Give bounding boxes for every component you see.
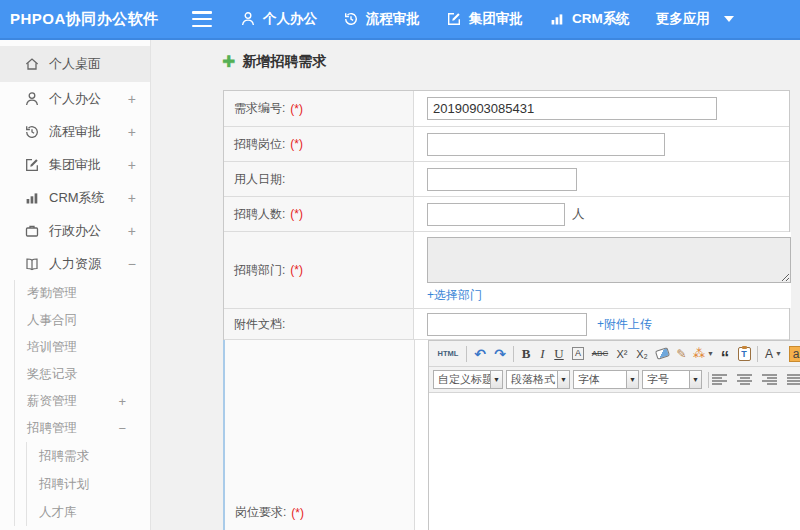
field-value-cell: +选择部门 [414,232,791,308]
label-text: 招聘部门: [234,262,285,279]
sidebar-item-hr-contract[interactable]: 人事合同 [15,307,150,334]
sidebar-item-label: 人力资源 [49,255,101,273]
align-justify-button[interactable] [787,374,800,385]
sidebar-item-human-resources[interactable]: 人力资源 − [0,247,150,280]
sidebar-item-reward-records[interactable]: 奖惩记录 [15,361,150,388]
caret-down-icon[interactable] [724,16,734,22]
sidebar-item-label: 人才库 [39,504,77,521]
expand-plus[interactable]: + [128,223,136,239]
form-row: 用人日期: [224,162,789,197]
paragraph-format-select[interactable]: 段落格式 ▼ [506,370,570,389]
font-family-select[interactable]: 字体 ▼ [573,370,639,389]
bar-chart-icon [24,190,40,206]
sidebar-item-recruit-plan[interactable]: 招聘计划 [27,470,150,498]
italic-button[interactable]: I [535,344,550,364]
nav-label: 集团审批 [469,10,523,28]
requirement-no-input[interactable] [427,97,717,120]
expand-plus[interactable]: + [128,91,136,107]
nav-item-crm[interactable]: CRM系统 [549,10,630,28]
hire-date-input[interactable] [427,168,577,191]
attachment-input[interactable] [427,313,587,336]
user-icon [24,91,40,107]
field-label: 需求编号: (*) [224,91,414,126]
align-right-button[interactable] [762,374,777,385]
spray-color-button[interactable]: ⁂▼ [691,344,716,364]
sidebar-item-label: 招聘管理 [27,420,77,437]
spray-icon: ⁂ [693,347,705,361]
attachment-upload-link[interactable]: +附件上传 [597,316,652,333]
caret-down-icon[interactable]: ▼ [491,370,503,389]
select-department-link[interactable]: +选择部门 [427,287,482,304]
toolbar-separator [708,372,709,388]
sidebar-item-recruit-mgmt[interactable]: 招聘管理− [15,415,150,442]
strikethrough-button[interactable]: ABC [588,344,612,364]
field-value-cell: +附件上传 [414,309,789,339]
sidebar-item-group-approval[interactable]: 集团审批 + [0,148,150,181]
superscript-button[interactable]: X² [612,344,632,364]
expand-plus[interactable]: + [128,124,136,140]
subscript-button[interactable]: X₂ [632,344,652,364]
required-mark: (*) [290,137,303,151]
align-center-button[interactable] [737,374,752,385]
bg-color-button[interactable]: a [786,344,800,364]
editor-content-area[interactable] [429,393,800,530]
undo-button[interactable]: ↶ [470,344,490,364]
sidebar-item-training-mgmt[interactable]: 培训管理 [15,334,150,361]
home-icon [24,56,40,72]
sidebar-item-recruit-demand[interactable]: 招聘需求 [27,442,150,470]
label-text: 招聘岗位: [234,136,285,153]
bold-button[interactable]: B [517,344,535,364]
caret-down-icon[interactable]: ▼ [627,370,639,389]
headcount-input[interactable] [427,203,565,226]
expand-plus[interactable]: + [128,190,136,206]
nav-item-group-approval[interactable]: 集团审批 [446,10,523,28]
hamburger-icon[interactable] [192,11,212,27]
sidebar-item-personal-office[interactable]: 个人办公 + [0,82,150,115]
nav-label: 更多应用 [656,10,710,28]
paste-button[interactable]: T [734,344,754,364]
sidebar-item-talent-pool[interactable]: 人才库 [27,498,150,526]
nav-label: CRM系统 [572,10,630,28]
format-painter-button[interactable]: ✎ [672,344,691,364]
expand-plus[interactable]: + [118,394,126,409]
sidebar-item-label: 考勤管理 [27,285,77,302]
sidebar-item-crm[interactable]: CRM系统 + [0,181,150,214]
nav-item-more-apps[interactable]: 更多应用 [656,10,710,28]
expand-minus[interactable]: − [128,256,136,272]
sidebar-item-workflow-approval[interactable]: 流程审批 + [0,115,150,148]
font-color-button[interactable]: A▼ [761,344,786,364]
combo-value: 自定义标题 [433,370,491,389]
nav-item-personal-office[interactable]: 个人办公 [240,10,317,28]
sidebar-item-label: 奖惩记录 [27,366,77,383]
blockquote-button[interactable]: “ [716,344,734,364]
redo-button[interactable]: ↷ [490,344,510,364]
sidebar-item-salary-mgmt[interactable]: 薪资管理+ [15,388,150,415]
custom-heading-select[interactable]: 自定义标题 ▼ [433,370,503,389]
html-source-button[interactable]: HTML [433,344,463,364]
expand-minus[interactable]: − [118,421,126,436]
align-left-button[interactable] [712,374,727,385]
nav-label: 流程审批 [366,10,420,28]
sidebar-item-attendance-mgmt[interactable]: 考勤管理 [15,280,150,307]
brand-title: PHPOA协同办公软件 [0,10,192,29]
font-border-button[interactable]: A [568,344,588,364]
sidebar-item-admin-office[interactable]: 行政办公 + [0,214,150,247]
caret-down-icon[interactable]: ▼ [558,370,570,389]
rich-text-editor: HTML ↶ ↷ B I U A ABC X² X₂ [428,340,800,530]
expand-plus[interactable]: + [128,157,136,173]
sidebar-item-label: 培训管理 [27,339,77,356]
field-label: 招聘部门: (*) [224,232,414,308]
app-window: PHPOA协同办公软件 个人办公 流程审批 集团审批 CRM系统 更多应用 [0,0,800,530]
sidebar-item-personal-desktop[interactable]: 个人桌面 [0,46,150,82]
caret-down-icon[interactable]: ▼ [690,370,702,389]
recruit-department-textarea[interactable] [427,237,791,283]
eraser-button[interactable] [652,344,672,364]
nav-item-workflow-approval[interactable]: 流程审批 [343,10,420,28]
clipboard-icon: T [738,347,751,361]
sidebar-item-label: 招聘需求 [39,448,89,465]
underline-button[interactable]: U [550,344,568,364]
job-position-input[interactable] [427,133,665,156]
recruit-demand-form: 需求编号: (*) 招聘岗位: (*) 用人日期: [223,90,790,530]
font-size-select[interactable]: 字号 ▼ [642,370,702,389]
eraser-icon [654,347,669,360]
